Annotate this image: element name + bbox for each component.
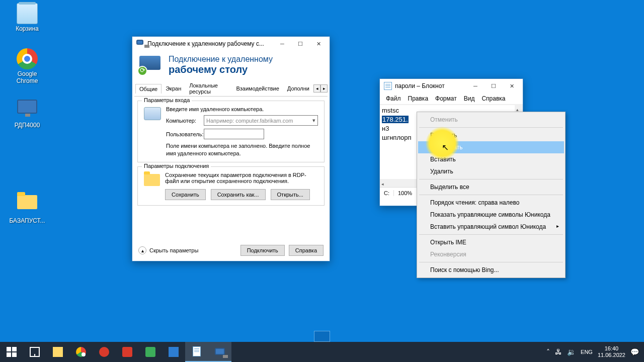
folder-icon [144,174,160,186]
save-button[interactable]: Сохранить [165,189,206,200]
context-menu-item[interactable]: Порядок чтения: справа налево [418,197,564,209]
status-col: С: [384,190,389,196]
menu-separator [419,179,563,179]
context-menu-item[interactable]: Вставить управляющий символ Юникода [418,221,564,233]
taskbar-app[interactable] [46,342,69,362]
close-button[interactable]: ✕ [309,38,328,49]
tray-volume-icon[interactable]: 🔉 [567,348,576,356]
menu-view[interactable]: Вид [461,94,478,103]
login-hint: Поле имени компьютера не заполнено. Введ… [166,142,318,157]
selected-text: 178.251. [382,116,409,123]
banner-line2: рабочему столу [169,64,273,75]
group-connection: Параметры подключения Сохранение текущих… [137,166,325,206]
menu-separator [419,127,563,128]
taskbar: ˄ 🖧 🔉 ENG 16:40 11.06.2022 💬 [0,342,644,362]
monitor-icon [17,100,37,114]
taskbar-app-rdp[interactable] [208,342,231,362]
recycle-bin-icon [17,3,38,24]
computer-label: Компьютер: [166,118,204,124]
icon-label: Корзина [9,25,45,32]
context-menu-item[interactable]: Открыть IME [418,236,564,248]
titlebar[interactable]: пароли – Блокнот ─ ☐ ✕ [380,79,523,93]
folder-icon [17,195,37,209]
context-menu-item: Реконверсия [418,248,564,260]
context-menu-item[interactable]: Вставить [418,153,564,165]
menu-help[interactable]: Справка [478,94,508,103]
desktop-icon-recycle-bin[interactable]: Корзина [9,3,45,32]
desktop-icon-chrome[interactable]: Google Chrome [9,48,45,84]
rdp-banner-icon [139,56,164,75]
tray-notifications-icon[interactable]: 💬 [630,348,639,356]
menu-separator [419,195,563,195]
context-menu-item[interactable]: Вырезать [418,129,564,141]
context-menu-item[interactable]: Удалить [418,165,564,177]
maximize-button[interactable]: ☐ [485,80,503,92]
taskbar-app[interactable] [93,342,116,362]
task-view-button[interactable] [23,342,46,362]
group-title: Параметры подключения [142,163,211,169]
desktop-icon-folder[interactable]: БАЗАПУСТ... [9,191,45,224]
notepad-menubar: Файл Правка Формат Вид Справка [380,93,523,105]
context-menu-item[interactable]: Показать управляющие символы Юникода [418,209,564,221]
group-login: Параметры входа Введите имя удаленного к… [137,101,325,162]
login-prompt: Введите имя удаленного компьютера. [166,106,318,112]
conn-desc: Сохранение текущих параметров подключени… [165,172,318,184]
taskbar-app[interactable] [116,342,139,362]
maximize-button[interactable]: ☐ [291,38,309,49]
start-button[interactable] [0,342,23,362]
context-menu-item[interactable]: Копировать [418,141,564,153]
menu-separator [419,262,563,262]
minimize-button[interactable]: ─ [466,80,485,92]
taskbar-app[interactable] [139,342,162,362]
menu-edit[interactable]: Правка [405,94,432,103]
menu-file[interactable]: Файл [383,94,404,103]
system-tray: ˄ 🖧 🔉 ENG 16:40 11.06.2022 💬 [546,345,644,358]
menu-format[interactable]: Формат [432,94,460,103]
banner-line1: Подключение к удаленному [169,55,273,64]
icon-label: РДП4000 [9,122,45,129]
menu-separator [419,234,563,235]
monitor-icon [144,107,161,120]
computer-combobox[interactable]: Например: computer.fabrikam.com [204,115,318,126]
window-title: Подключение к удаленному рабочему с... [147,40,273,47]
tray-network-icon[interactable]: 🖧 [555,348,562,356]
tab-general[interactable]: Общие [135,84,162,94]
tray-clock[interactable]: 16:40 11.06.2022 [598,345,625,358]
projector-silhouette [314,331,330,342]
chrome-icon [17,48,38,69]
context-menu-item[interactable]: Поиск с помощью Bing... [418,264,564,276]
context-menu-item[interactable]: Выделить все [418,181,564,193]
tab-experience[interactable]: Взаимодействие [232,83,283,93]
status-zoom: 100% [393,190,412,196]
rdp-banner: Подключение к удаленному рабочему столу [132,51,330,80]
desktop-icon-rdp4000[interactable]: РДП4000 [9,98,45,129]
rdp-app-icon [136,40,144,48]
notepad-icon [384,82,392,90]
taskbar-app[interactable] [69,342,93,362]
connect-button[interactable]: Подключить [240,245,285,256]
tab-scroll[interactable]: ◂▸ [313,84,328,93]
group-title: Параметры входа [142,97,192,103]
context-menu-item: Отменить [418,114,564,126]
titlebar[interactable]: Подключение к удаленному рабочему с... ─… [132,37,330,51]
collapse-icon[interactable]: ▴ [138,246,146,254]
icon-label: Google Chrome [9,70,45,84]
hide-params-link[interactable]: Скрыть параметры [149,247,198,253]
rdp-window: Подключение к удаленному рабочему с... ─… [132,36,330,261]
user-input[interactable] [204,129,264,139]
open-button[interactable]: Открыть... [271,189,310,200]
taskbar-app-notepad[interactable] [185,342,208,362]
tab-display[interactable]: Экран [162,83,185,93]
minimize-button[interactable]: ─ [273,38,291,49]
rdp-tabs: Общие Экран Локальные ресурсы Взаимодейс… [134,80,328,97]
tray-chevron-icon[interactable]: ˄ [546,348,550,356]
help-button[interactable]: Справка [289,245,324,256]
tab-advanced[interactable]: Дополни [283,83,313,93]
taskbar-app[interactable] [162,342,185,362]
window-title: пароли – Блокнот [395,82,466,89]
close-button[interactable]: ✕ [503,80,521,92]
save-as-button[interactable]: Сохранить как... [211,189,266,200]
tab-local-resources[interactable]: Локальные ресурсы [185,80,232,96]
tray-language[interactable]: ENG [581,349,593,355]
context-menu: ОтменитьВырезатьКопироватьВставитьУдалит… [417,112,566,278]
